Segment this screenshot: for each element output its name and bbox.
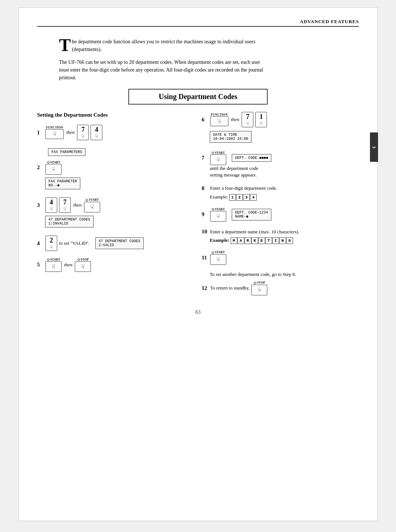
- key-7-step1: 7 ☟: [77, 125, 89, 140]
- start-key-step5: ◇START ☟: [45, 258, 62, 272]
- step12-text: To return to standby,: [210, 285, 249, 291]
- step-1: 1 FUNCTION ☟ then 7 ☟: [37, 125, 191, 140]
- step-10: 10 Enter a department name (max. 10 char…: [202, 229, 359, 244]
- step-num-10: 10: [202, 229, 208, 235]
- display-47-dept-valid: 47 DEPARTMENT CODES2:VALID: [95, 237, 144, 249]
- key-2-step4: 2 ☟: [45, 236, 57, 251]
- intro-para2: The UF-766 can be set with up to 20 depa…: [59, 58, 264, 81]
- key-1-step6: 1 ☟: [255, 112, 267, 127]
- step-num-4: 4: [37, 240, 44, 247]
- step-7: 7 ◇START ☟ DEPT. CODE-■■■■ until the dep…: [202, 151, 359, 178]
- page-number: 63: [37, 309, 359, 315]
- key-7-step3: 7 ☟: [59, 197, 71, 213]
- display-fax-params: FAX PARAMETERS: [48, 147, 191, 157]
- step-num-2: 2: [37, 164, 44, 171]
- step-5: 5 ◇START ☟ then ◇STOP ☟: [37, 258, 191, 272]
- right-column: 6 FUNCTION ☟ then 7 ☟ 1 ☟: [198, 112, 359, 302]
- function-key-6: FUNCTION ☟: [210, 113, 228, 126]
- side-tab: 3: [370, 132, 378, 162]
- step8-text: Enter a four-digit department code.: [210, 185, 277, 192]
- drop-cap: T: [59, 38, 71, 53]
- step-12: 12 To return to standby, ◇STOP ☟: [202, 281, 359, 295]
- stop-key-step12: ◇STOP ☟: [251, 281, 267, 295]
- step-9: 9 ◇START ☟ DEPT. CODE-1234NAME-■: [202, 207, 359, 222]
- page: ADVANCED FEATURES 3 T he department code…: [18, 7, 378, 521]
- header-title: ADVANCED FEATURES: [300, 19, 359, 24]
- two-column-layout: Setting the Department Codes 1 FUNCTION …: [37, 112, 359, 302]
- step11-note: To set another department code, go to St…: [210, 272, 359, 277]
- step-2: 2 ◇START ☟ FAX PARAMETERNO.-■: [37, 160, 191, 191]
- step-4: 4 2 ☟ to set "VALID". 47 DEPARTMENT CODE…: [37, 236, 191, 251]
- step-num-3: 3: [37, 202, 44, 208]
- step10-example: Example: M A R K E T I N G: [210, 237, 359, 244]
- stop-key-step5: ◇STOP ☟: [75, 258, 91, 272]
- step-num-12: 12: [202, 285, 208, 291]
- step-6: 6 FUNCTION ☟ then 7 ☟ 1 ☟: [202, 112, 359, 144]
- function-key-1: FUNCTION ☟: [45, 126, 64, 139]
- step-num-5: 5: [37, 262, 44, 268]
- display-date-time: DATE & TIME16-04-1992 15:00: [210, 131, 252, 143]
- left-column: Setting the Department Codes 1 FUNCTION …: [37, 112, 198, 302]
- step-11: 11 ◇START ☟: [202, 251, 359, 265]
- step-num-8: 8: [202, 185, 208, 192]
- step-num-9: 9: [202, 211, 208, 218]
- step-3: 3 4 ☟ 7 ☟ then ◇START ☟: [37, 197, 191, 229]
- step-8: 8 Enter a four-digit department code. Ex…: [202, 185, 359, 200]
- step-num-7: 7: [202, 155, 208, 161]
- left-col-title: Setting the Department Codes: [37, 112, 191, 118]
- step-num-1: 1: [37, 130, 44, 136]
- intro-section: T he department code function allows you…: [59, 38, 272, 81]
- display-dept-code-prompt: DEPT. CODE-■■■■: [232, 154, 271, 162]
- display-47-dept-invalid: 47 DEPARTMENT CODES1:INVALID: [45, 216, 94, 227]
- start-key-step11: ◇START ☟: [210, 251, 226, 265]
- intro-para1: T he department code function allows you…: [59, 38, 264, 53]
- start-key-step9: ◇START ☟: [210, 207, 226, 222]
- key-4-step1: 4 ☟: [91, 125, 102, 140]
- start-key-step7: ◇START ☟: [210, 151, 226, 165]
- key-7-step6: 7 ☟: [242, 112, 253, 127]
- step7-note: until the department codesetting message…: [210, 165, 359, 178]
- start-key-step2: ◇START ☟: [45, 160, 62, 175]
- step8-example: Example: 1 2 3 4: [210, 193, 359, 201]
- step-num-11: 11: [202, 255, 208, 261]
- display-dept-code-1234: DEPT. CODE-1234NAME-■: [232, 209, 271, 221]
- start-key-step3: ◇START ☟: [84, 198, 100, 212]
- key-4-step3: 4 ☟: [45, 197, 57, 213]
- step4-text: to set "VALID".: [59, 240, 90, 247]
- section-title: Using Department Codes: [128, 89, 268, 105]
- step10-text: Enter a department name (max. 10 charact…: [210, 229, 299, 235]
- display-fax-param-no: FAX PARAMETERNO.-■: [45, 178, 80, 189]
- page-header: ADVANCED FEATURES: [37, 19, 359, 27]
- step-num-6: 6: [202, 117, 208, 123]
